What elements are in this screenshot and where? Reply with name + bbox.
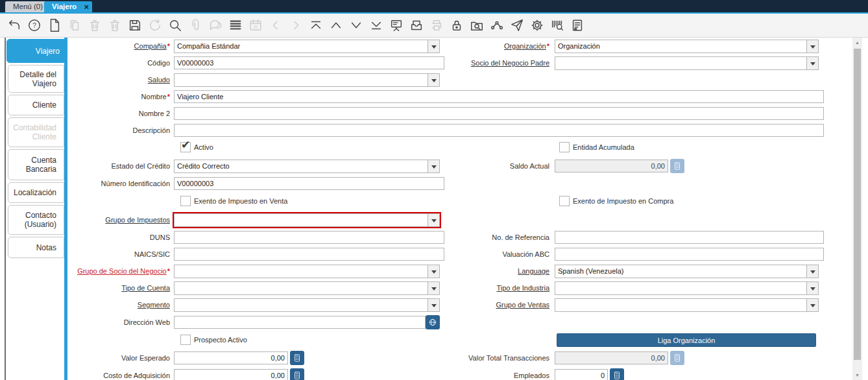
- descripcion-input[interactable]: [174, 124, 824, 137]
- calculator-icon[interactable]: [290, 351, 304, 365]
- activo-checkbox[interactable]: ✔: [180, 142, 191, 152]
- calculator-icon[interactable]: [290, 368, 304, 380]
- scrollbar-thumb[interactable]: [854, 49, 861, 360]
- next-record-icon: [288, 18, 303, 33]
- chevron-down-icon[interactable]: [428, 74, 439, 86]
- costo-adquisicion-input[interactable]: [174, 369, 288, 380]
- chevron-down-icon[interactable]: [806, 282, 818, 294]
- nombre2-input[interactable]: [174, 107, 824, 120]
- globe-icon[interactable]: [426, 315, 440, 329]
- csv-report-icon[interactable]: [570, 18, 585, 33]
- no-referencia-input[interactable]: [555, 231, 824, 244]
- archive-icon[interactable]: [409, 18, 424, 33]
- scroll-down-icon[interactable]: ▼: [852, 370, 862, 380]
- calculator-icon: [670, 159, 684, 173]
- direccion-web-input[interactable]: [174, 316, 426, 329]
- calculator-icon: [670, 351, 684, 365]
- print-icon: [429, 18, 444, 33]
- report-icon[interactable]: [389, 18, 404, 33]
- valor-esperado-input[interactable]: [174, 351, 288, 364]
- naics-input[interactable]: [174, 248, 444, 261]
- refresh-icon: [147, 18, 162, 33]
- detail-record-icon[interactable]: [348, 18, 363, 33]
- window-tab-bar: Menú (0) Viajero ×: [0, 0, 868, 14]
- grupo-ventas-select[interactable]: [555, 298, 819, 312]
- save-icon[interactable]: [127, 18, 142, 33]
- direccion-web-label: Dirección Web: [26, 316, 170, 329]
- chevron-down-icon[interactable]: [806, 57, 818, 69]
- estado-credito-select[interactable]: Crédito Correcto: [174, 160, 440, 173]
- saldo-actual-input: [555, 160, 668, 172]
- tipo-cuenta-select[interactable]: [174, 281, 440, 295]
- previous-record-icon: [268, 18, 283, 33]
- exento-compra-checkbox[interactable]: [559, 196, 570, 206]
- costo-adquisicion-label: Costo de Adquisición: [26, 369, 170, 380]
- valor-esperado-label: Valor Esperado: [26, 351, 170, 364]
- estado-credito-label: Estado del Crédito: [26, 160, 170, 172]
- grupo-socio-select[interactable]: [174, 265, 440, 278]
- chevron-down-icon[interactable]: [428, 214, 439, 226]
- close-tab-icon[interactable]: ×: [84, 1, 90, 12]
- find-icon[interactable]: [167, 18, 182, 33]
- chevron-down-icon[interactable]: [806, 40, 818, 53]
- language-label: Language: [405, 265, 549, 278]
- saludo-select[interactable]: [174, 73, 440, 87]
- zoom-across-icon[interactable]: [469, 18, 484, 33]
- prospecto-activo-checkbox[interactable]: [180, 335, 191, 345]
- calculator-icon[interactable]: [610, 368, 624, 380]
- segmento-select[interactable]: [174, 298, 440, 312]
- liga-organizacion-button[interactable]: Liga Organización: [557, 333, 816, 347]
- chevron-down-icon[interactable]: [806, 265, 818, 278]
- numero-identificacion-input[interactable]: [174, 177, 444, 190]
- delete-selection-icon: [107, 18, 122, 33]
- tab-viajero[interactable]: Viajero ×: [44, 1, 92, 12]
- sidebar-splitter[interactable]: [5, 38, 6, 380]
- svg-text:?: ?: [32, 22, 36, 29]
- toolbar: ? 31: [0, 14, 868, 38]
- codigo-input[interactable]: [174, 56, 444, 69]
- valor-total-input: [555, 351, 668, 364]
- compania-select[interactable]: Compañia Estándar: [174, 40, 440, 53]
- organizacion-label: Organización*: [405, 40, 549, 53]
- check-icon: ✔: [181, 138, 190, 152]
- parent-record-icon[interactable]: [328, 18, 343, 33]
- preferences-gear-icon[interactable]: [529, 18, 544, 33]
- nombre-label: Nombre*: [26, 90, 170, 103]
- valor-total-label: Valor Total Transacciones: [405, 351, 549, 364]
- valuacion-abc-input[interactable]: [555, 248, 824, 261]
- grupo-impuestos-select[interactable]: [174, 213, 440, 227]
- new-record-icon[interactable]: [47, 18, 62, 33]
- valuacion-abc-label: Valuación ABC: [405, 248, 549, 261]
- exento-compra-label: Exento de Impuesto en Compra: [573, 195, 673, 207]
- grid-toggle-icon[interactable]: [228, 18, 243, 33]
- undo-icon[interactable]: [6, 18, 21, 33]
- chevron-down-icon[interactable]: [806, 299, 818, 311]
- exento-venta-checkbox[interactable]: [180, 196, 191, 206]
- send-mail-icon[interactable]: [509, 18, 524, 33]
- sidebar-tab-viajero[interactable]: Viajero: [6, 39, 67, 63]
- nombre-input[interactable]: [174, 90, 824, 103]
- help-icon[interactable]: ?: [27, 18, 42, 33]
- naics-label: NAICS/SIC: [26, 248, 170, 261]
- duns-input[interactable]: [174, 231, 444, 244]
- segmento-label: Segmento: [26, 298, 170, 311]
- vertical-scrollbar[interactable]: ▲ ▼: [852, 38, 862, 380]
- last-record-icon[interactable]: [368, 18, 383, 33]
- prospecto-activo-label: Prospecto Activo: [194, 334, 247, 346]
- svg-text:31: 31: [253, 25, 258, 29]
- activo-label: Activo: [194, 141, 213, 153]
- first-record-icon[interactable]: [308, 18, 323, 33]
- organizacion-select[interactable]: Organización: [555, 40, 819, 53]
- empleados-input[interactable]: [555, 369, 608, 380]
- descripcion-label: Descripción: [26, 124, 170, 137]
- no-referencia-label: No. de Referencia: [405, 231, 549, 244]
- workflow-icon[interactable]: [489, 18, 504, 33]
- socio-padre-label: Socio del Negocio Padre: [405, 56, 549, 69]
- lock-icon[interactable]: [449, 18, 464, 33]
- tipo-industria-select[interactable]: [555, 281, 819, 295]
- entidad-acumulada-checkbox[interactable]: [559, 142, 570, 152]
- product-info-icon[interactable]: [549, 18, 564, 33]
- language-select[interactable]: Spanish (Venezuela): [555, 265, 819, 278]
- scroll-up-icon[interactable]: ▲: [852, 38, 862, 47]
- socio-padre-select[interactable]: [555, 56, 819, 70]
